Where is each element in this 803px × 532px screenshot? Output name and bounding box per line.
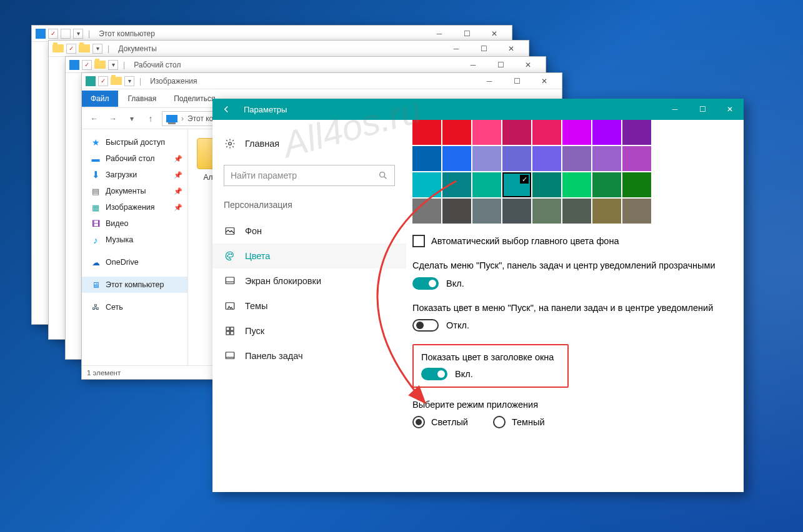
- close-button[interactable]: ✕: [716, 99, 744, 120]
- qat-save-icon[interactable]: ✓: [66, 44, 76, 54]
- transparency-toggle[interactable]: Вкл.: [412, 277, 725, 290]
- color-swatch[interactable]: [472, 172, 501, 197]
- qat-save-icon[interactable]: ✓: [98, 76, 108, 86]
- qat-dropdown[interactable]: ▾: [108, 60, 118, 70]
- titlebar-color-toggle[interactable]: Вкл.: [421, 368, 560, 380]
- nav-history-button[interactable]: ▾: [124, 111, 139, 126]
- qat-dropdown[interactable]: ▾: [124, 76, 134, 86]
- qat-item[interactable]: [61, 29, 71, 39]
- color-swatch[interactable]: [502, 120, 531, 145]
- nav-forward-button[interactable]: →: [106, 111, 121, 126]
- qat-dropdown[interactable]: ▾: [73, 29, 83, 39]
- color-swatch[interactable]: [412, 172, 441, 197]
- color-swatch[interactable]: [622, 120, 651, 145]
- titlebar: ✓ ▾ | Изображения ─ ☐ ✕: [82, 73, 562, 89]
- auto-color-checkbox[interactable]: Автоматический выбор главного цвета фона: [412, 235, 725, 247]
- ribbon-file-tab[interactable]: Файл: [82, 91, 118, 107]
- sidebar-onedrive[interactable]: ☁ OneDrive: [82, 254, 187, 270]
- sidebar-quick-access[interactable]: ★ Быстрый доступ: [82, 134, 187, 150]
- window-title: Документы: [118, 44, 157, 53]
- nav-item-lockscreen[interactable]: Экран блокировки: [212, 268, 406, 293]
- color-swatch[interactable]: [472, 146, 501, 171]
- color-swatch[interactable]: [442, 146, 471, 171]
- color-swatch[interactable]: [502, 172, 531, 197]
- maximize-button[interactable]: ☐: [453, 26, 481, 42]
- nav-up-button[interactable]: ↑: [143, 111, 158, 126]
- settings-search-input[interactable]: Найти параметр: [224, 165, 395, 186]
- minimize-button[interactable]: ─: [661, 99, 689, 120]
- qat-save-icon[interactable]: ✓: [82, 60, 92, 70]
- checkbox-label: Автоматический выбор главного цвета фона: [431, 236, 619, 246]
- color-swatch[interactable]: [562, 199, 591, 224]
- folder-icon: [79, 44, 90, 52]
- minimize-button[interactable]: ─: [476, 73, 503, 89]
- sidebar-item-label: Сеть: [106, 303, 123, 312]
- sidebar-item-desktop[interactable]: ▬ Рабочий стол 📌: [82, 150, 187, 167]
- nav-item-taskbar[interactable]: Панель задач: [212, 343, 406, 368]
- radio-dark[interactable]: Темный: [493, 416, 545, 428]
- color-swatch[interactable]: [592, 146, 621, 171]
- sidebar-this-pc[interactable]: 🖥 Этот компьютер: [82, 277, 187, 293]
- qat-dropdown[interactable]: ▾: [92, 44, 102, 54]
- color-swatch[interactable]: [412, 120, 441, 145]
- nav-item-themes[interactable]: Темы: [212, 293, 406, 318]
- nav-item-start[interactable]: Пуск: [212, 318, 406, 343]
- nav-back-button[interactable]: ←: [87, 111, 102, 126]
- svg-point-4: [229, 254, 230, 255]
- sidebar-item-downloads[interactable]: ⬇ Загрузки 📌: [82, 167, 187, 183]
- color-swatch[interactable]: [622, 172, 651, 197]
- color-swatch[interactable]: [532, 146, 561, 171]
- nav-item-background[interactable]: Фон: [212, 219, 406, 244]
- maximize-button[interactable]: ☐: [503, 73, 531, 89]
- sidebar-item-pictures[interactable]: ▦ Изображения 📌: [82, 199, 187, 215]
- sidebar-item-documents[interactable]: ▤ Документы 📌: [82, 183, 187, 199]
- color-swatch[interactable]: [562, 172, 591, 197]
- sidebar-item-label: OneDrive: [106, 258, 139, 267]
- sidebar-item-videos[interactable]: 🎞 Видео: [82, 215, 187, 232]
- pictures-icon: [86, 76, 96, 86]
- nav-item-colors[interactable]: Цвета: [212, 244, 406, 268]
- minimize-button[interactable]: ─: [459, 57, 487, 73]
- color-swatch[interactable]: [472, 199, 501, 224]
- color-swatch[interactable]: [502, 146, 531, 171]
- color-swatch[interactable]: [562, 120, 591, 145]
- color-swatch[interactable]: [442, 172, 471, 197]
- color-swatch[interactable]: [592, 199, 621, 224]
- close-button[interactable]: ✕: [481, 26, 508, 42]
- nav-home[interactable]: Главная: [212, 131, 406, 156]
- color-swatch[interactable]: [442, 120, 471, 145]
- color-swatch[interactable]: [532, 172, 561, 197]
- qat-save-icon[interactable]: ✓: [48, 29, 58, 39]
- sidebar-item-music[interactable]: ♪ Музыка: [82, 232, 187, 248]
- minimize-button[interactable]: ─: [442, 41, 470, 57]
- color-swatch[interactable]: [592, 172, 621, 197]
- nav-section-header: Персонализация: [212, 196, 406, 219]
- svg-rect-10: [226, 332, 229, 335]
- close-button[interactable]: ✕: [497, 41, 525, 57]
- color-swatch[interactable]: [412, 146, 441, 171]
- maximize-button[interactable]: ☐: [689, 99, 716, 120]
- color-swatch[interactable]: [532, 120, 561, 145]
- color-swatch[interactable]: [532, 199, 561, 224]
- radio-light[interactable]: Светлый: [412, 416, 468, 428]
- color-swatch[interactable]: [622, 199, 651, 224]
- show-color-toggle[interactable]: Откл.: [412, 319, 725, 332]
- back-button[interactable]: [212, 99, 240, 120]
- color-swatch[interactable]: [502, 199, 531, 224]
- color-swatch[interactable]: [622, 146, 651, 171]
- color-swatch[interactable]: [472, 120, 501, 145]
- maximize-button[interactable]: ☐: [470, 41, 497, 57]
- close-button[interactable]: ✕: [514, 57, 542, 73]
- search-placeholder: Найти параметр: [231, 170, 297, 180]
- close-button[interactable]: ✕: [531, 73, 558, 89]
- color-swatch[interactable]: [592, 120, 621, 145]
- nav-item-label: Пуск: [245, 326, 264, 336]
- sidebar-network[interactable]: 🖧 Сеть: [82, 299, 187, 315]
- minimize-button[interactable]: ─: [426, 26, 453, 42]
- color-swatch[interactable]: [442, 199, 471, 224]
- ribbon-tab-home[interactable]: Главная: [121, 91, 164, 107]
- color-swatch[interactable]: [412, 199, 441, 224]
- maximize-button[interactable]: ☐: [487, 57, 514, 73]
- settings-window[interactable]: Параметры ─ ☐ ✕ Главная Найти параметр П…: [212, 99, 744, 492]
- color-swatch[interactable]: [562, 146, 591, 171]
